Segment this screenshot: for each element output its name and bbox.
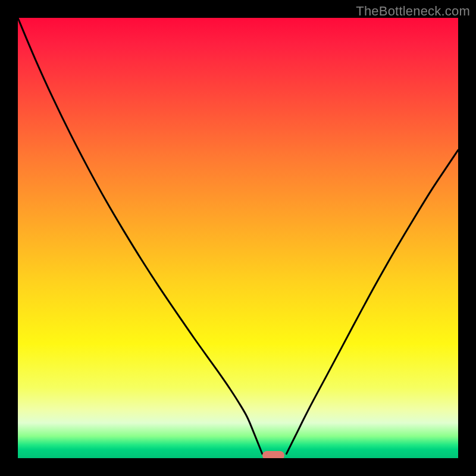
watermark: TheBottleneck.com: [356, 4, 470, 19]
optimal-marker: [262, 451, 284, 458]
bottleneck-curve: [18, 18, 458, 458]
curve-right: [286, 150, 458, 454]
chart-frame: TheBottleneck.com: [0, 0, 476, 476]
plot-area: [18, 18, 458, 458]
curve-left: [18, 18, 262, 454]
